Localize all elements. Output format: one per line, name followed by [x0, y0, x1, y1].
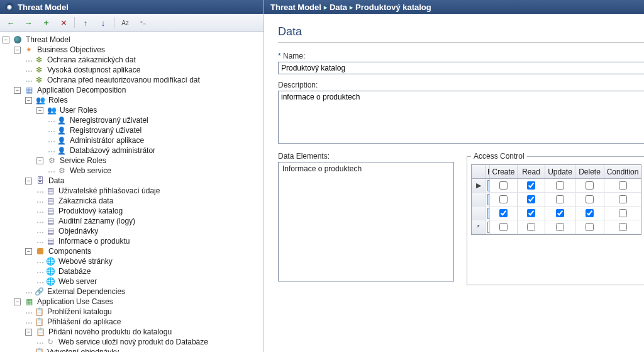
- chevron-right-icon: ▸: [350, 4, 353, 11]
- grid-row[interactable]: [U] Registrovaný uživatel▾: [472, 193, 641, 207]
- tree-item[interactable]: Produktový katalog: [57, 207, 124, 215]
- tree-item[interactable]: Ochrana zákaznických dat: [46, 55, 137, 64]
- tree-item[interactable]: Components: [47, 247, 92, 256]
- toggle-icon[interactable]: −: [36, 157, 43, 164]
- update-checkbox[interactable]: [556, 181, 564, 190]
- breadcrumb-item[interactable]: Threat Model: [270, 3, 321, 12]
- list-item[interactable]: Informace o produktech: [280, 164, 452, 174]
- update-checkbox[interactable]: [556, 195, 564, 203]
- add-button[interactable]: ＋: [39, 16, 53, 30]
- read-checkbox[interactable]: [527, 195, 535, 203]
- tree-item[interactable]: Roles: [47, 96, 69, 105]
- update-checkbox[interactable]: [556, 223, 564, 231]
- toggle-icon[interactable]: −: [25, 329, 32, 336]
- condition-checkbox[interactable]: [619, 223, 627, 231]
- toggle-icon[interactable]: −: [14, 47, 21, 54]
- read-checkbox[interactable]: [527, 209, 535, 217]
- tree-item[interactable]: Uživatelské přihlašovací údaje: [57, 186, 161, 195]
- leaf-icon: ❇: [34, 55, 44, 65]
- tree-item[interactable]: Application Decomposition: [36, 86, 127, 94]
- update-checkbox[interactable]: [556, 209, 564, 217]
- db-icon: ▤: [45, 236, 55, 246]
- read-checkbox[interactable]: [527, 181, 535, 190]
- toggle-icon[interactable]: −: [14, 298, 21, 305]
- toggle-icon[interactable]: −: [14, 87, 21, 94]
- grid-row[interactable]: ▶[U] Neregistrovaný uživatel▾: [472, 179, 641, 193]
- create-checkbox[interactable]: [499, 181, 508, 190]
- col-update: Update: [545, 165, 575, 178]
- tree-item[interactable]: Vytvoření objednávky: [46, 348, 120, 352]
- tree-item[interactable]: External Dependencies: [46, 287, 126, 296]
- tree-item[interactable]: Prohlížení katalogu: [46, 307, 113, 316]
- toggle-icon[interactable]: −: [25, 97, 32, 104]
- tree-item[interactable]: Neregistrovaný uživatel: [69, 116, 150, 125]
- tree-item[interactable]: User Roles: [58, 106, 98, 115]
- condition-checkbox[interactable]: [619, 209, 627, 217]
- usecase-icon: 📋: [34, 317, 44, 327]
- move-down-button[interactable]: ↓: [96, 16, 110, 30]
- tree-item[interactable]: Data: [47, 176, 65, 185]
- db-icon: 🌐: [45, 266, 55, 276]
- create-checkbox[interactable]: [499, 223, 508, 231]
- tree-item[interactable]: Zákaznická data: [57, 196, 114, 205]
- collapse-button[interactable]: ⁺₋: [136, 16, 150, 30]
- access-control-legend: Access Control: [471, 152, 527, 161]
- delete-checkbox[interactable]: [586, 209, 594, 217]
- delete-checkbox[interactable]: [586, 223, 594, 231]
- toggle-icon[interactable]: −: [36, 107, 43, 114]
- tree-view[interactable]: − Threat Model − ✴ Business Objectives ⋯…: [0, 32, 264, 352]
- delete-checkbox[interactable]: [586, 181, 594, 190]
- grid-row[interactable]: [U] Administrátor aplikace▾: [472, 207, 641, 220]
- tree-item[interactable]: Databáze: [57, 267, 92, 276]
- person-icon: 👤: [57, 115, 67, 125]
- create-checkbox[interactable]: [499, 195, 508, 203]
- condition-checkbox[interactable]: [619, 195, 627, 203]
- tree-item[interactable]: Objednávky: [57, 227, 99, 236]
- delete-checkbox[interactable]: [586, 195, 594, 203]
- breadcrumb-item[interactable]: Data: [330, 3, 347, 12]
- col-delete: Delete: [575, 165, 604, 178]
- move-up-button[interactable]: ↑: [79, 16, 92, 30]
- breadcrumb-item[interactable]: Produktový katalog: [355, 3, 431, 12]
- tree-item[interactable]: Web service uloží nový produkt do Databá…: [57, 338, 209, 346]
- col-role: Role: [486, 165, 490, 178]
- tree-item[interactable]: Informace o produktu: [57, 237, 131, 246]
- name-input[interactable]: [278, 62, 644, 74]
- tree-item[interactable]: Administrátor aplikace: [69, 136, 145, 145]
- tree-item[interactable]: Ochrana před neautorizovanou modifikací …: [46, 76, 201, 84]
- forward-button[interactable]: →: [21, 16, 35, 30]
- condition-checkbox[interactable]: [619, 181, 627, 190]
- tree-item[interactable]: Auditní záznamy (logy): [57, 217, 136, 225]
- create-checkbox[interactable]: [499, 209, 508, 217]
- back-button[interactable]: ←: [4, 16, 18, 30]
- tree-item[interactable]: Vysoká dostupnost aplikace: [46, 65, 142, 74]
- tree-item[interactable]: Business Objectives: [36, 45, 106, 54]
- delete-button[interactable]: ✕: [57, 16, 70, 30]
- grid-header-row: Role Create Read Update Delete Condition: [472, 165, 641, 179]
- tree-item[interactable]: Registrovaný uživatel: [69, 126, 143, 135]
- tree-item[interactable]: Web server: [57, 277, 98, 286]
- tree-item[interactable]: Web service: [69, 166, 113, 175]
- tree-item[interactable]: Service Roles: [58, 156, 108, 165]
- grid-row[interactable]: *▾: [472, 220, 641, 234]
- toggle-icon[interactable]: −: [3, 37, 9, 43]
- tree-item[interactable]: Webové stránky: [57, 257, 114, 266]
- server-icon: 🌐: [45, 276, 55, 287]
- tree-item[interactable]: Přidání nového produktu do katalogu: [47, 327, 173, 336]
- toggle-icon[interactable]: −: [25, 248, 32, 255]
- access-grid[interactable]: Role Create Read Update Delete Condition…: [471, 164, 641, 235]
- data-elements-list[interactable]: Informace o produktech: [278, 162, 454, 281]
- components-icon: [35, 246, 45, 256]
- sort-az-button[interactable]: Az: [118, 16, 132, 30]
- app-icon: ◉: [5, 3, 14, 11]
- tree-item[interactable]: Databázový administrátor: [69, 146, 157, 155]
- description-textarea[interactable]: [278, 91, 644, 144]
- read-checkbox[interactable]: [527, 223, 535, 231]
- content-area: Data Name: Description: Data Elements: I…: [264, 14, 644, 352]
- tree-item[interactable]: Přihlášení do aplikace: [46, 317, 122, 326]
- toolbar-separator: [114, 17, 114, 28]
- objectives-icon: ✴: [24, 45, 34, 55]
- tree-root-label[interactable]: Threat Model: [25, 35, 72, 44]
- tree-item[interactable]: Application Use Cases: [36, 297, 114, 306]
- toggle-icon[interactable]: −: [25, 178, 32, 185]
